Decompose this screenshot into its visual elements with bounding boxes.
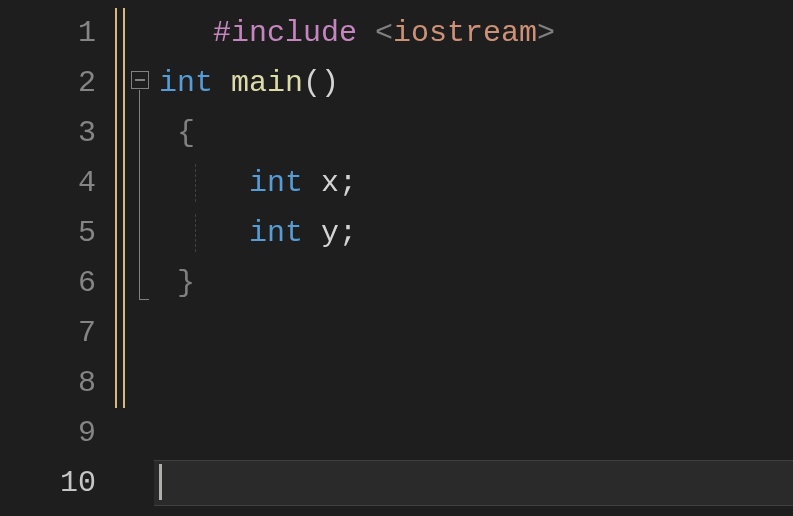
code-token (357, 16, 375, 50)
code-token: ; (339, 166, 357, 200)
code-lines[interactable]: #include <iostream>int main() { int x; i… (157, 8, 793, 516)
fold-guide-line (139, 90, 140, 300)
line-number: 3 (0, 116, 110, 150)
code-token: #include (213, 16, 357, 50)
line-number: 8 (0, 366, 110, 400)
code-token: int (249, 216, 303, 250)
code-token: iostream (393, 16, 537, 50)
change-markers (115, 8, 125, 408)
code-area[interactable]: #include <iostream>int main() { int x; i… (115, 8, 793, 516)
code-token (159, 166, 249, 200)
code-token: { (159, 116, 195, 150)
line-number: 7 (0, 316, 110, 350)
code-token (303, 216, 321, 250)
line-number: 10 (0, 466, 110, 500)
line-number: 9 (0, 416, 110, 450)
code-token: > (537, 16, 555, 50)
code-token (213, 66, 231, 100)
code-token: < (375, 16, 393, 50)
change-indicator-column (115, 8, 125, 516)
code-line[interactable] (157, 408, 793, 458)
fold-collapse-icon[interactable] (131, 71, 149, 89)
code-token: y (321, 216, 339, 250)
text-cursor (159, 464, 162, 500)
line-number: 4 (0, 166, 110, 200)
code-line[interactable]: { (157, 108, 793, 158)
line-number: 6 (0, 266, 110, 300)
line-number: 2 (0, 66, 110, 100)
code-line[interactable] (157, 358, 793, 408)
code-line[interactable]: } (157, 258, 793, 308)
code-token: x (321, 166, 339, 200)
line-number: 1 (0, 16, 110, 50)
code-token (303, 166, 321, 200)
code-editor[interactable]: 12345678910 #include <iostream>int main(… (0, 0, 793, 516)
code-line[interactable]: #include <iostream> (157, 8, 793, 58)
code-line[interactable] (157, 458, 793, 508)
code-line[interactable] (157, 308, 793, 358)
code-line[interactable]: int y; (157, 208, 793, 258)
current-line-highlight (154, 460, 793, 506)
code-token (159, 216, 249, 250)
indent-guide (195, 214, 196, 252)
code-line[interactable]: int x; (157, 158, 793, 208)
code-line[interactable]: int main() (157, 58, 793, 108)
code-token: } (159, 266, 195, 300)
fold-column (125, 8, 157, 516)
line-number-gutter: 12345678910 (0, 8, 115, 516)
code-token: int (249, 166, 303, 200)
code-token: main (231, 66, 303, 100)
code-token: ; (339, 216, 357, 250)
code-token: () (303, 66, 339, 100)
code-token: int (159, 66, 213, 100)
indent-guide (195, 164, 196, 202)
code-token (159, 16, 213, 50)
line-number: 5 (0, 216, 110, 250)
